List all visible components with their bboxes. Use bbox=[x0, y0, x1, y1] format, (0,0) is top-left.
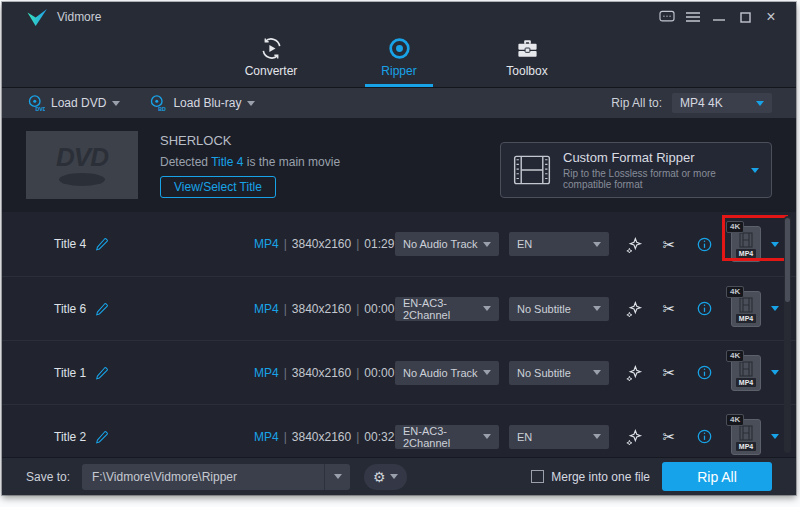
edit-effects-wand-icon[interactable] bbox=[623, 233, 645, 255]
dvd-logo-text: DVD bbox=[56, 144, 108, 170]
title-name: Title 2 bbox=[54, 430, 86, 444]
close-button[interactable]: × bbox=[758, 6, 784, 28]
edit-effects-wand-icon[interactable] bbox=[623, 362, 645, 384]
title-bar: Vidmore × bbox=[2, 2, 796, 32]
resolution: 3840x2160 bbox=[292, 366, 351, 380]
output-format-label: MP4 bbox=[736, 378, 756, 387]
source-format: MP4 bbox=[254, 366, 279, 380]
cut-scissors-icon[interactable]: ✂ bbox=[658, 362, 680, 384]
audio-track-select[interactable]: EN-AC3-2Channel bbox=[395, 425, 499, 449]
toolbar: DVD Load DVD BD Load Blu-ray Rip All to:… bbox=[2, 88, 796, 118]
format-dropdown-icon[interactable] bbox=[771, 434, 779, 439]
output-format-button[interactable]: MP4 4K bbox=[731, 355, 761, 391]
save-path-value: F:\Vidmore\Vidmore\Ripper bbox=[82, 470, 324, 484]
4k-badge: 4K bbox=[726, 414, 744, 426]
audio-track-select[interactable]: No Audio Track bbox=[395, 232, 499, 256]
table-row-title-4: Title 4 MP4 | 3840x2160 | 01:29:18 bbox=[2, 212, 796, 276]
audio-track-select[interactable]: No Audio Track bbox=[395, 361, 499, 385]
info-icon[interactable] bbox=[693, 298, 715, 320]
maximize-button[interactable] bbox=[732, 6, 758, 28]
cut-scissors-icon[interactable]: ✂ bbox=[658, 426, 680, 448]
tab-label: Ripper bbox=[381, 64, 416, 78]
output-format-button[interactable]: MP4 4K bbox=[731, 226, 761, 262]
disc-name: SHERLOCK bbox=[160, 133, 340, 148]
custom-ripper-title: Custom Format Ripper bbox=[563, 150, 739, 165]
subtitle-select[interactable]: No Subtitle bbox=[509, 297, 609, 321]
gear-icon: ⚙ bbox=[373, 470, 386, 484]
output-format-cell: MP4 4K bbox=[731, 355, 779, 391]
output-format-button[interactable]: MP4 4K bbox=[731, 291, 761, 327]
edit-effects-wand-icon[interactable] bbox=[623, 426, 645, 448]
tab-label: Toolbox bbox=[506, 64, 547, 78]
format-dropdown-icon[interactable] bbox=[771, 242, 779, 247]
rip-all-to-value: MP4 4K bbox=[680, 96, 723, 110]
custom-format-ripper-panel[interactable]: Custom Format Ripper Rip to the Lossless… bbox=[500, 142, 772, 198]
source-format: MP4 bbox=[254, 302, 279, 316]
subtitle-select[interactable]: EN bbox=[509, 425, 609, 449]
detected-title-link[interactable]: Title 4 bbox=[211, 155, 243, 169]
cut-scissors-icon[interactable]: ✂ bbox=[658, 298, 680, 320]
format-dropdown-icon[interactable] bbox=[771, 306, 779, 311]
rip-all-button[interactable]: Rip All bbox=[662, 462, 772, 491]
tab-ripper[interactable]: Ripper bbox=[361, 36, 437, 87]
app-window: Vidmore × bbox=[2, 2, 796, 495]
dvd-thumbnail: DVD bbox=[26, 131, 138, 199]
subtitle-select[interactable]: No Subtitle bbox=[509, 361, 609, 385]
chevron-down-icon bbox=[112, 101, 120, 106]
edit-pencil-icon[interactable] bbox=[95, 302, 109, 316]
output-format-cell: MP4 4K bbox=[731, 226, 779, 262]
load-bluray-label: Load Blu-ray bbox=[173, 96, 241, 110]
chevron-down-icon bbox=[593, 370, 601, 375]
merge-checkbox[interactable] bbox=[531, 470, 544, 483]
source-format: MP4 bbox=[254, 237, 279, 251]
menu-icon[interactable] bbox=[680, 6, 706, 28]
converter-icon bbox=[260, 36, 283, 60]
subtitle-select[interactable]: EN bbox=[509, 232, 609, 256]
disc-info-section: DVD SHERLOCK Detected Title 4 is the mai… bbox=[2, 118, 796, 212]
chevron-down-icon bbox=[483, 434, 491, 439]
resolution: 3840x2160 bbox=[292, 302, 351, 316]
tab-label: Converter bbox=[245, 64, 298, 78]
resolution: 3840x2160 bbox=[292, 237, 351, 251]
output-format-button[interactable]: MP4 4K bbox=[731, 419, 761, 455]
tab-converter[interactable]: Converter bbox=[233, 36, 309, 87]
table-row-title-1: Title 1 MP4 | 3840x2160 | 00:00:20 bbox=[2, 340, 796, 404]
minimize-button[interactable] bbox=[706, 6, 732, 28]
title-name: Title 1 bbox=[54, 366, 86, 380]
table-row-title-2: Title 2 MP4 | 3840x2160 | 00:32:37 bbox=[2, 404, 796, 457]
detected-main-movie-text: Detected Title 4 is the main movie bbox=[160, 155, 340, 169]
output-format-label: MP4 bbox=[736, 249, 756, 258]
feedback-icon[interactable] bbox=[654, 6, 680, 28]
edit-pencil-icon[interactable] bbox=[95, 430, 109, 444]
title-list: Title 4 MP4 | 3840x2160 | 01:29:18 bbox=[2, 212, 796, 457]
info-icon[interactable] bbox=[693, 233, 715, 255]
load-dvd-button[interactable]: DVD Load DVD bbox=[26, 94, 120, 112]
save-path-dropdown[interactable] bbox=[324, 464, 350, 490]
scrollbar-thumb[interactable] bbox=[785, 218, 790, 302]
audio-track-select[interactable]: EN-AC3-2Channel bbox=[395, 297, 499, 321]
load-dvd-label: Load DVD bbox=[51, 96, 106, 110]
output-format-cell: MP4 4K bbox=[731, 419, 779, 455]
main-nav: Converter Ripper Toolbox bbox=[2, 32, 796, 88]
title-name: Title 4 bbox=[54, 237, 86, 251]
tab-toolbox[interactable]: Toolbox bbox=[489, 36, 565, 87]
save-path-field[interactable]: F:\Vidmore\Vidmore\Ripper bbox=[82, 464, 350, 490]
edit-pencil-icon[interactable] bbox=[95, 237, 109, 251]
info-icon[interactable] bbox=[693, 426, 715, 448]
edit-pencil-icon[interactable] bbox=[95, 366, 109, 380]
rip-all-to-label: Rip All to: bbox=[611, 96, 662, 110]
chevron-down-icon bbox=[483, 242, 491, 247]
output-settings-button[interactable]: ⚙ bbox=[364, 464, 407, 490]
rip-all-to-select[interactable]: MP4 4K bbox=[672, 93, 772, 113]
format-dropdown-icon[interactable] bbox=[771, 370, 779, 375]
toolbox-icon bbox=[516, 36, 539, 60]
scrollbar[interactable] bbox=[784, 216, 791, 453]
cut-scissors-icon[interactable]: ✂ bbox=[658, 233, 680, 255]
svg-text:DVD: DVD bbox=[36, 106, 46, 112]
info-icon[interactable] bbox=[693, 362, 715, 384]
view-select-title-button[interactable]: View/Select Title bbox=[160, 176, 276, 198]
edit-effects-wand-icon[interactable] bbox=[623, 298, 645, 320]
chevron-down-icon bbox=[390, 474, 398, 479]
active-tab-underline bbox=[365, 84, 433, 87]
load-bluray-button[interactable]: BD Load Blu-ray bbox=[148, 94, 255, 112]
